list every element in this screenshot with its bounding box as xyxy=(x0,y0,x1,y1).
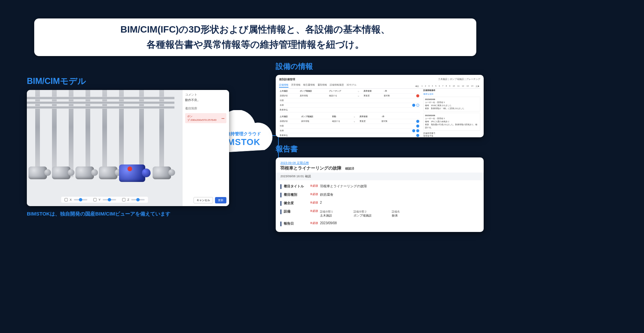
pager-8[interactable]: 8 xyxy=(445,85,447,88)
equipment-info-card: 個別設備管理 土木施設｜ポンプ場施設｜グレーチング 設備情報 異常情報 報告書情… xyxy=(276,75,484,137)
pager-4[interactable]: 4 xyxy=(431,85,434,88)
tab-3d[interactable]: 3Dモデル xyxy=(346,83,357,88)
tab-history[interactable]: 設備情報履歴 xyxy=(330,83,344,88)
tab-docs[interactable]: 書類情報 xyxy=(318,83,327,88)
comment-label: コメント xyxy=(185,93,226,97)
pager-10[interactable]: 10 xyxy=(452,85,456,88)
table-row[interactable]: 数量単位 xyxy=(279,133,420,138)
report-title: 羽根車とライナーリングの故障 xyxy=(280,165,341,171)
red-dot-icon[interactable] xyxy=(416,94,419,97)
blue-dot-icon[interactable] xyxy=(412,104,415,107)
blue-dot-icon[interactable] xyxy=(412,129,415,132)
bim-viewer-card: X Y Z コメント 動作不良。 着目箇所 ポンプ:200x200x570:25… xyxy=(27,90,229,206)
pager-3[interactable]: 3 xyxy=(428,85,430,88)
axis-slider-bar[interactable]: X Y Z xyxy=(61,197,148,203)
axis-z[interactable]: Z xyxy=(122,198,145,201)
info-crumb-title: 個別設備管理 xyxy=(279,78,295,81)
info-section-title: 設備の情報 xyxy=(276,61,484,72)
table-row[interactable]: 名称 xyxy=(279,129,420,133)
axis-y[interactable]: Y xyxy=(93,198,116,201)
pager-5[interactable]: 5 xyxy=(435,85,437,88)
pager-次[interactable]: 次 xyxy=(475,85,480,88)
info-table-2: 土木施設ポンプ場施設挙動○異常前後○件基礎砂状異常情報確認する○重要度要対策分類… xyxy=(279,114,420,137)
report-section-title: 報告書 xyxy=(276,144,484,154)
blue-dot-icon[interactable] xyxy=(416,134,419,137)
hit-chip[interactable]: ポンプ:200x200x570:257649 ••• xyxy=(185,113,226,123)
info-notes: 設備情報備考 備考を追加 2023/02/08 ユーザー名：管理者３ 備考 20… xyxy=(423,89,480,137)
field-title: 着目タイトル ※必須 羽根車とライナーリングの故障 xyxy=(280,182,479,191)
note-b: 2023/02/08 ユーザー名：管理者３ 備考 2年に1度の点検あり 更新 報… xyxy=(423,113,480,131)
pager-13[interactable]: 13 xyxy=(466,85,470,88)
field-health: 健全度 ※必須 2 xyxy=(280,199,479,207)
note-a: 2023/02/08 ユーザー名：管理者３ 備考 2018に更新されました 更新… xyxy=(423,97,480,111)
tab-equipment[interactable]: 設備情報 xyxy=(279,83,288,88)
pager-14[interactable]: 14 xyxy=(470,85,474,88)
report-status: 確認済 xyxy=(345,167,354,170)
info-crumb-path: 土木施設｜ポンプ場施設｜グレーチング xyxy=(438,78,480,81)
hit-chip-more-icon[interactable]: ••• xyxy=(222,117,224,120)
bim-caption: BIMSTOKは、独自開発の国産BIM/CIMビューアを備えています xyxy=(27,211,229,217)
pager-2[interactable]: 2 xyxy=(424,85,427,88)
axis-x[interactable]: X xyxy=(64,198,87,201)
update-button[interactable]: 更新 xyxy=(215,197,226,203)
white-dot-icon[interactable]: i xyxy=(416,104,419,107)
selected-pump xyxy=(119,164,145,182)
pager-1[interactable]: 1 xyxy=(421,85,423,88)
viewer-3d[interactable]: X Y Z xyxy=(27,90,182,206)
pager-9[interactable]: 9 xyxy=(448,85,451,88)
hit-label: 着目箇所 xyxy=(185,106,226,111)
field-kind: 着目種別 ※必須 鉄筋腐食 xyxy=(280,191,479,199)
table-row[interactable]: 基礎砂状異常情報確認する○重要度要対策 xyxy=(279,119,420,124)
report-confirm: 2023/09/08 16:01 確認 xyxy=(276,173,484,180)
field-equip: 設備 ※必須 設備分類１土木施設設備分類２ポンプ場施設設備名躯体 xyxy=(280,207,479,220)
pager-12[interactable]: 12 xyxy=(461,85,465,88)
table-row[interactable]: 分類 xyxy=(279,98,420,103)
right-column: 設備の情報 個別設備管理 土木施設｜ポンプ場施設｜グレーチング 設備情報 異常情… xyxy=(276,61,484,232)
selection-marker-icon xyxy=(127,166,132,171)
pager-前[interactable]: 前 xyxy=(414,85,420,88)
blue-dot-icon[interactable] xyxy=(416,129,419,132)
blue-dot-icon[interactable] xyxy=(416,125,419,128)
report-meta[interactable]: 2023-09-08 定期点検 xyxy=(280,161,309,164)
bim-section: BIM/CIMモデル X Y Z xyxy=(27,76,229,217)
table-row[interactable]: 基礎砂状異常情報確認する○重要度要対策 xyxy=(279,94,420,98)
bim-section-title: BIM/CIMモデル xyxy=(27,76,229,87)
table-row[interactable]: 名称i xyxy=(279,103,420,108)
tab-anomaly[interactable]: 異常情報 xyxy=(291,83,301,88)
blue-dot-icon[interactable] xyxy=(416,120,419,123)
comment-value: 動作不良。 xyxy=(185,98,226,102)
report-card: 2023-09-08 定期点検 羽根車とライナーリングの故障 確認済 2023/… xyxy=(276,157,484,232)
cancel-button[interactable]: キャンセル xyxy=(194,197,213,203)
table-row[interactable]: 分類 xyxy=(279,124,420,129)
viewer-side-panel: コメント 動作不良。 着目箇所 ポンプ:200x200x570:257649 •… xyxy=(182,90,229,206)
pager-7[interactable]: 7 xyxy=(442,85,444,88)
info-table-1: 土木施設ポンプ場施設グレーチング○異常前後○件基礎砂状異常情報確認する○重要度要… xyxy=(279,89,420,112)
pager-6[interactable]: 6 xyxy=(438,85,440,88)
field-date: 報告日 ※必須 2023/09/08 xyxy=(280,220,479,228)
table-row[interactable]: 数量単位 xyxy=(279,108,420,112)
pager-11[interactable]: 11 xyxy=(457,85,460,88)
hit-chip-text: ポンプ:200x200x570:257649 xyxy=(187,114,222,122)
tab-report[interactable]: 報告書情報 xyxy=(303,83,315,88)
